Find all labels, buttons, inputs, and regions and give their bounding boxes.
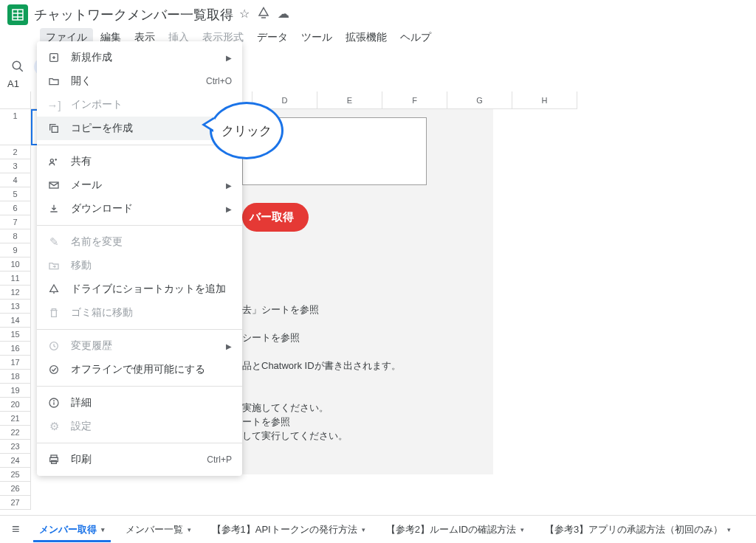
chevron-down-icon[interactable]: ▾: [362, 526, 365, 533]
row-header[interactable]: 6: [0, 201, 31, 215]
sheet-tab[interactable]: メンバー取得▾: [29, 517, 115, 542]
menu-item-label: 詳細: [71, 396, 232, 409]
sheets-logo-icon: [7, 4, 28, 25]
chevron-down-icon[interactable]: ▾: [188, 526, 191, 533]
row-header[interactable]: 16: [0, 342, 31, 356]
cell-text: 実施してください。: [242, 401, 329, 415]
row-header[interactable]: 9: [0, 243, 31, 257]
chevron-down-icon[interactable]: ▾: [727, 526, 731, 533]
row-header[interactable]: 15: [0, 328, 31, 342]
cell-text: 品とChatwork IDが書き出されます。: [242, 359, 401, 373]
column-header[interactable]: H: [512, 91, 577, 109]
column-header[interactable]: F: [382, 91, 447, 109]
row-header[interactable]: 1: [0, 109, 31, 145]
shortcut-label: Ctrl+P: [207, 454, 232, 465]
row-header[interactable]: 27: [0, 496, 31, 510]
tab-label: メンバー取得: [39, 523, 97, 536]
submenu-arrow-icon: ▶: [226, 342, 232, 350]
row-header[interactable]: 12: [0, 286, 31, 300]
svg-point-10: [50, 159, 53, 162]
menu-item-label: ゴミ箱に移動: [71, 306, 232, 319]
menu-item-label: 開く: [71, 75, 196, 88]
sheet-tab[interactable]: 【参考3】アプリの承認方法（初回のみ）▾: [535, 517, 741, 542]
row-header[interactable]: 11: [0, 272, 31, 286]
menu-item-label: 新規作成: [71, 51, 216, 64]
tab-label: 【参考3】アプリの承認方法（初回のみ）: [545, 523, 723, 536]
menu-item-label: メール: [71, 179, 216, 192]
row-header[interactable]: 25: [0, 468, 31, 482]
column-header[interactable]: E: [317, 91, 382, 109]
row-header[interactable]: 8: [0, 229, 31, 243]
row-header[interactable]: 14: [0, 314, 31, 328]
document-title[interactable]: チャットワークメンバー一覧取得: [34, 6, 233, 24]
cloud-icon[interactable]: ☁: [278, 7, 289, 23]
search-menus-icon[interactable]: [7, 56, 28, 77]
menu-item-メール[interactable]: メール▶: [37, 173, 242, 197]
menu-ツール[interactable]: ツール: [295, 28, 338, 47]
menu-拡張機能[interactable]: 拡張機能: [340, 28, 393, 47]
move-icon: [47, 260, 61, 272]
row-header[interactable]: 10: [0, 257, 31, 272]
row-header[interactable]: 3: [0, 159, 31, 173]
column-header[interactable]: G: [447, 91, 512, 109]
name-box[interactable]: A1: [7, 78, 19, 89]
share-icon: [47, 156, 61, 167]
menu-item-オフラインで使用可能にする[interactable]: オフラインで使用可能にする: [37, 358, 242, 381]
＋-icon: [47, 52, 61, 63]
chevron-down-icon[interactable]: ▾: [520, 526, 524, 533]
row-header[interactable]: 23: [0, 440, 31, 454]
history-icon: [47, 340, 61, 352]
tab-label: メンバー一覧: [126, 523, 183, 536]
row-header[interactable]: 5: [0, 187, 31, 201]
menu-item-名前を変更: ✎名前を変更: [37, 230, 242, 254]
move-to-drive-icon[interactable]: [257, 7, 270, 23]
row-header[interactable]: 18: [0, 370, 31, 384]
mail-icon: [47, 179, 61, 191]
tab-label: 【参考2】ルームIDの確認方法: [386, 523, 516, 536]
menu-item-新規作成[interactable]: 新規作成▶: [37, 46, 242, 69]
star-icon[interactable]: ☆: [239, 7, 250, 23]
download-icon: [47, 203, 61, 215]
get-members-button[interactable]: バー取得: [242, 203, 309, 232]
chevron-down-icon[interactable]: ▾: [101, 526, 105, 533]
row-header[interactable]: 19: [0, 384, 31, 398]
menu-item-詳細[interactable]: 詳細: [37, 391, 242, 415]
menu-item-開く[interactable]: 開くCtrl+O: [37, 69, 242, 93]
svg-rect-9: [52, 126, 58, 132]
menu-item-ドライブにショートカットを追加[interactable]: ドライブにショートカットを追加: [37, 277, 242, 301]
svg-line-5: [19, 68, 23, 72]
menu-データ[interactable]: データ: [251, 28, 294, 47]
row-header[interactable]: 17: [0, 356, 31, 370]
row-header[interactable]: 13: [0, 300, 31, 314]
info-icon: [47, 397, 61, 409]
row-header[interactable]: 22: [0, 426, 31, 440]
offline-icon: [47, 364, 61, 376]
menu-separator: [37, 443, 242, 443]
menu-item-label: 設定: [71, 420, 232, 433]
row-header[interactable]: 4: [0, 173, 31, 187]
cell-text: 去」シートを参照: [242, 303, 319, 317]
menu-item-label: 印刷: [71, 453, 196, 466]
row-header[interactable]: 2: [0, 145, 31, 159]
select-all-corner[interactable]: [0, 91, 31, 109]
row-header[interactable]: 26: [0, 482, 31, 496]
submenu-arrow-icon: ▶: [226, 181, 232, 190]
menu-item-変更履歴: 変更履歴▶: [37, 334, 242, 358]
all-sheets-icon[interactable]: ≡: [6, 522, 26, 537]
submenu-arrow-icon: ▶: [226, 205, 232, 213]
sheet-tab[interactable]: メンバー一覧▾: [115, 517, 202, 542]
row-header[interactable]: 20: [0, 398, 31, 412]
shortcut-icon: [47, 283, 61, 295]
cell-text: して実行してください。: [242, 429, 348, 443]
sheet-tab[interactable]: 【参考1】APIトークンの発行方法▾: [202, 517, 376, 542]
menu-ヘルプ[interactable]: ヘルプ: [394, 28, 437, 47]
row-header[interactable]: 24: [0, 454, 31, 468]
menu-item-移動: 移動: [37, 254, 242, 277]
menu-item-印刷[interactable]: 印刷Ctrl+P: [37, 448, 242, 471]
sheet-tab[interactable]: 【参考2】ルームIDの確認方法▾: [376, 517, 535, 542]
menu-item-ダウンロード[interactable]: ダウンロード▶: [37, 197, 242, 221]
row-header[interactable]: 7: [0, 215, 31, 229]
gear-icon: ⚙: [47, 420, 61, 433]
row-header[interactable]: 21: [0, 412, 31, 426]
menu-item-label: オフラインで使用可能にする: [71, 363, 232, 376]
